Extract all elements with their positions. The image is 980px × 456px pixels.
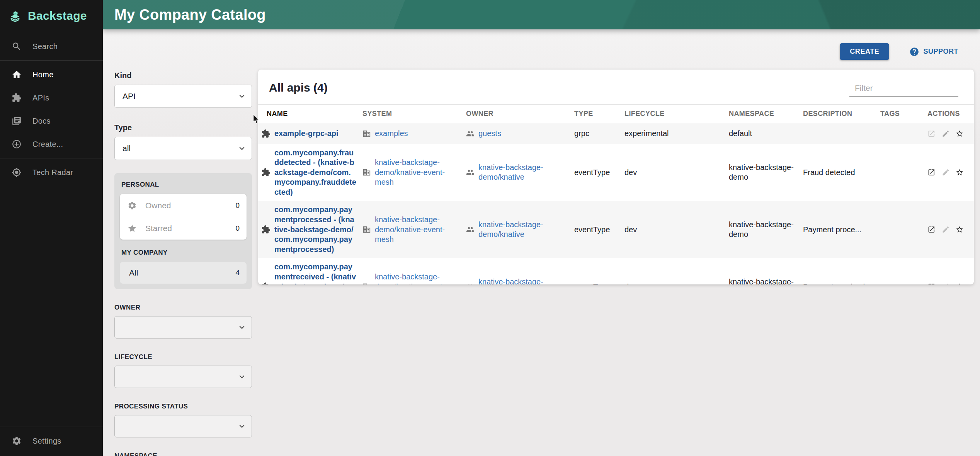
column-header-name[interactable]: NAME <box>258 105 359 123</box>
backstage-logo[interactable]: Backstage <box>0 0 103 31</box>
type-cell: grpc <box>574 129 611 139</box>
system-link[interactable]: knative-backstage-demo/knative-event-mes… <box>375 158 460 187</box>
create-button[interactable]: CREATE <box>840 43 889 60</box>
table-row: example-grpc-api examples guests grpc ex… <box>258 123 974 144</box>
tags-cell <box>877 258 924 284</box>
column-header-tags[interactable]: TAGS <box>877 105 924 123</box>
kind-select[interactable]: API <box>114 85 252 108</box>
owner-select[interactable] <box>114 316 252 339</box>
open-in-new-icon[interactable] <box>927 225 936 235</box>
edit-icon[interactable] <box>942 129 950 139</box>
table-title: All apis (4) <box>269 81 328 94</box>
system-link[interactable]: knative-backstage-demo/knative-event-mes… <box>375 215 460 245</box>
system-link[interactable]: examples <box>375 129 408 139</box>
all-count: 4 <box>235 269 240 277</box>
tags-cell <box>877 201 924 258</box>
table-filter-input[interactable] <box>855 83 960 93</box>
kind-select-value: API <box>122 92 136 101</box>
entity-name-link[interactable]: com.mycompany.paymentprocessed - (knativ… <box>274 205 356 254</box>
column-header-description[interactable]: DESCRIPTION <box>800 105 877 123</box>
chevron-down-icon <box>237 91 247 101</box>
page-title: My Company Catalog <box>103 7 266 23</box>
owner-link[interactable]: knative-backstage-demo/knative <box>478 277 568 284</box>
api-table-card: All apis (4) NAME SYSTEM OWNER <box>258 70 974 284</box>
edit-icon[interactable] <box>942 167 950 177</box>
backstage-logo-icon <box>8 9 22 23</box>
sidebar-item-search[interactable]: Search <box>0 35 103 58</box>
owner-link[interactable]: knative-backstage-demo/knative <box>478 163 568 182</box>
system-link[interactable]: knative-backstage-demo/knative-event-mes… <box>375 272 460 284</box>
star-border-icon[interactable] <box>956 282 964 284</box>
type-select-value: all <box>122 144 131 153</box>
company-section-header: MY COMPANY <box>120 240 247 262</box>
column-header-actions: ACTIONS <box>924 105 974 123</box>
puzzle-icon <box>261 168 271 177</box>
column-header-namespace[interactable]: NAMESPACE <box>726 105 800 123</box>
lifecycle-cell: dev <box>621 144 726 201</box>
system-icon <box>362 129 371 138</box>
open-in-new-icon[interactable] <box>927 129 936 139</box>
open-in-new-icon[interactable] <box>927 167 936 177</box>
owned-filter-item[interactable]: Owned 0 <box>120 194 247 217</box>
sidebar-item-home[interactable]: Home <box>0 63 103 86</box>
sidebar-item-settings[interactable]: Settings <box>0 429 103 456</box>
table-header-bar: All apis (4) <box>258 70 974 104</box>
support-button[interactable]: SUPPORT <box>909 47 958 57</box>
edit-icon[interactable] <box>942 282 950 284</box>
tech-radar-icon <box>12 167 22 177</box>
content-toolbar: CREATE SUPPORT <box>840 43 958 60</box>
starred-filter-item[interactable]: Starred 0 <box>120 217 247 240</box>
sidebar-item-create[interactable]: Create... <box>0 133 103 156</box>
entity-name-link[interactable]: com.mycompany.paymentreceived - (knative… <box>274 262 356 284</box>
owner-link[interactable]: knative-backstage-demo/knative <box>478 220 568 240</box>
type-filter-label: Type <box>114 123 252 132</box>
content-area: CREATE SUPPORT Kind API Type all PERSONA… <box>103 29 980 456</box>
owner-link[interactable]: guests <box>478 129 501 139</box>
backstage-app: Backstage Search Home APIs Docs Create..… <box>0 0 980 456</box>
type-cell: eventType <box>574 225 611 235</box>
kind-filter-label: Kind <box>114 71 252 80</box>
group-icon <box>466 225 475 234</box>
group-icon <box>466 168 475 177</box>
group-icon <box>466 282 475 284</box>
sidebar: Backstage Search Home APIs Docs Create..… <box>0 0 103 456</box>
system-icon <box>362 225 371 234</box>
type-cell: eventType <box>574 282 611 284</box>
support-label: SUPPORT <box>923 48 958 56</box>
entity-name-link[interactable]: com.mycompany.frauddetected - (knative-b… <box>274 148 356 197</box>
all-filter-item[interactable]: All 4 <box>120 262 247 284</box>
filter-panel: Kind API Type all PERSONAL Owned 0 <box>114 71 252 456</box>
sidebar-item-docs[interactable]: Docs <box>0 109 103 133</box>
search-icon <box>12 41 22 51</box>
lifecycle-select[interactable] <box>114 366 252 388</box>
description-cell: Fraud detected <box>800 144 877 201</box>
column-header-lifecycle[interactable]: LIFECYCLE <box>621 105 726 123</box>
gear-icon <box>128 201 137 210</box>
system-icon <box>362 282 371 284</box>
puzzle-icon <box>261 282 271 284</box>
column-header-owner[interactable]: OWNER <box>463 105 571 123</box>
sidebar-item-tech-radar[interactable]: Tech Radar <box>0 161 103 184</box>
type-select[interactable]: all <box>114 137 252 160</box>
entity-name-link[interactable]: example-grpc-api <box>274 129 339 139</box>
star-border-icon[interactable] <box>956 129 964 139</box>
chevron-down-icon <box>237 372 247 382</box>
namespace-cell: knative-backstage-demo <box>726 144 800 201</box>
type-cell: eventType <box>574 168 611 178</box>
open-in-new-icon[interactable] <box>927 282 936 284</box>
sidebar-item-apis[interactable]: APIs <box>0 86 103 109</box>
sidebar-item-label: Docs <box>32 117 51 126</box>
star-border-icon[interactable] <box>956 225 964 235</box>
puzzle-icon <box>261 225 271 234</box>
star-border-icon[interactable] <box>956 167 964 177</box>
all-label: All <box>129 268 235 277</box>
sidebar-item-label: Search <box>32 42 58 51</box>
processing-status-select[interactable] <box>114 415 252 437</box>
chevron-down-icon <box>237 421 247 431</box>
column-header-type[interactable]: TYPE <box>571 105 621 123</box>
edit-icon[interactable] <box>942 225 950 235</box>
column-header-system[interactable]: SYSTEM <box>359 105 463 123</box>
processing-status-filter-label: PROCESSING STATUS <box>114 403 252 410</box>
star-icon <box>128 224 137 233</box>
starred-count: 0 <box>235 224 240 233</box>
